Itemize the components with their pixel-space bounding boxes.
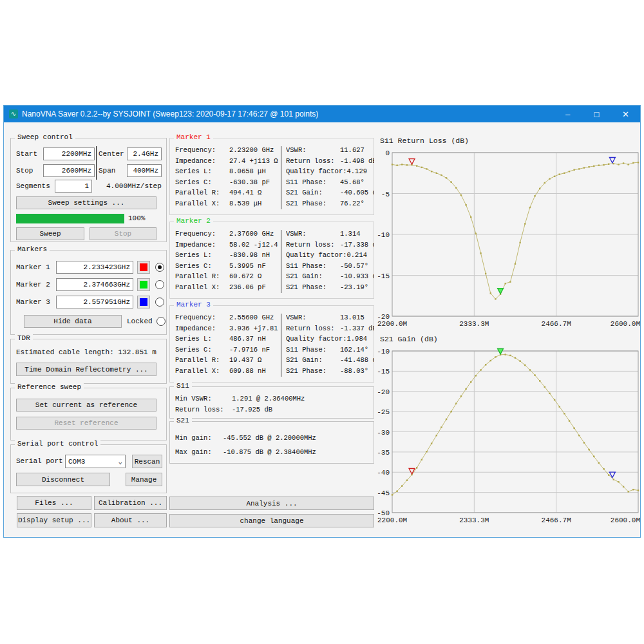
detail-column-divider — [281, 146, 281, 209]
s21-gain-chart[interactable]: S21 Gain (dB)-10-15-20-25-30-35-40-45-50… — [377, 331, 641, 526]
detail-label: Parallel X: — [175, 282, 229, 293]
marker3-label: Marker 3 — [16, 296, 50, 308]
detail-row: Parallel X:236.06 pF — [175, 282, 281, 293]
detail-value: 11.627 — [340, 145, 365, 156]
y-tick-label: -5 — [381, 191, 390, 198]
chart-title: S11 Return Loss (dB) — [380, 137, 469, 145]
chart-marker-icon[interactable] — [498, 289, 504, 294]
change-language-button[interactable]: change language — [169, 514, 374, 527]
maximize-button[interactable]: □ — [582, 106, 611, 122]
detail-value: 45.68° — [340, 177, 365, 188]
s11-summary-legend: S11 — [174, 382, 192, 390]
center-input[interactable]: 2.4GHz — [127, 147, 162, 160]
stop-input[interactable]: 2600MHz — [43, 164, 95, 177]
s11-return-loss-chart[interactable]: S11 Return Loss (dB)0-5-10-15-202200.0M2… — [377, 133, 641, 327]
span-input[interactable]: 400MHz — [127, 164, 162, 177]
set-reference-button[interactable]: Set current as reference — [16, 399, 156, 412]
chart-title: S21 Gain (dB) — [380, 335, 438, 343]
display-setup-button[interactable]: Display setup ... — [17, 513, 91, 527]
sweep-button[interactable]: Sweep — [16, 227, 84, 240]
close-button[interactable]: ✕ — [611, 106, 640, 122]
detail-row: S21 Phase:-88.03° — [286, 366, 374, 377]
detail-label: S21 Phase: — [286, 366, 340, 377]
marker3-input[interactable]: 2.557951GHz — [56, 296, 133, 308]
detail-row: S11 Phase:-50.57° — [286, 261, 374, 272]
segments-input[interactable]: 1 — [55, 180, 92, 193]
detail-value: -41.488 dB — [340, 355, 374, 366]
locked-label: Locked — [127, 315, 153, 328]
files-button[interactable]: Files ... — [17, 496, 91, 510]
disconnect-button[interactable]: Disconnect — [16, 473, 110, 486]
marker1-input[interactable]: 2.233423GHz — [56, 261, 133, 274]
detail-value: 76.22° — [340, 198, 365, 209]
sweep-control-legend: Sweep control — [15, 133, 75, 141]
marker1-color-button[interactable] — [137, 261, 150, 274]
y-tick-label: -10 — [377, 348, 390, 355]
manage-button[interactable]: Manage — [126, 473, 162, 486]
marker1-radio[interactable] — [155, 263, 164, 272]
marker3-color-button[interactable] — [137, 296, 150, 308]
cable-length-text: Estimated cable length: 132.851 m — [16, 346, 156, 359]
marker1-label: Marker 1 — [16, 261, 50, 274]
serial-port-select[interactable]: COM3 ⌄ — [65, 455, 126, 468]
detail-label: S11 Phase: — [286, 345, 340, 355]
detail-label: Parallel X: — [175, 366, 229, 377]
data-curve — [392, 355, 638, 495]
marker2-color-swatch — [140, 281, 147, 289]
stop-label: Stop — [16, 164, 33, 177]
minimize-button[interactable]: – — [553, 106, 582, 122]
y-tick-label: -45 — [377, 489, 390, 497]
tdr-group: TDR Estimated cable length: 132.851 m Ti… — [10, 339, 167, 384]
detail-label: Quality factor: — [286, 166, 347, 177]
marker2-radio[interactable] — [155, 280, 164, 289]
detail-row: Return loss:-17.338 dB — [286, 240, 374, 251]
sweep-settings-button[interactable]: Sweep settings ... — [16, 196, 156, 209]
chart-marker-icon[interactable] — [409, 159, 415, 165]
marker2-color-button[interactable] — [137, 278, 150, 291]
about-button[interactable]: About ... — [94, 513, 167, 527]
detail-row: Frequency:2.37600 GHz — [175, 229, 281, 240]
detail-row: S21 Gain:-41.488 dB — [286, 355, 374, 366]
detail-label: Frequency: — [175, 312, 229, 323]
detail-value: -1.498 dB — [340, 156, 374, 167]
detail-row: Series C:-630.38 pF — [175, 177, 281, 188]
detail-label: S21 Gain: — [286, 187, 340, 198]
span-label: Span — [99, 164, 115, 177]
titlebar: ∿ NanoVNA Saver 0.2.2--by SYSJOINT (Swee… — [4, 106, 640, 122]
marker-2-detail-group: Marker 2Frequency:2.37600 GHzImpedance:5… — [169, 222, 374, 299]
rescan-button[interactable]: Rescan — [132, 455, 162, 468]
detail-value: 162.14° — [340, 345, 368, 355]
serial-port-group: Serial port control Serial port COM3 ⌄ R… — [10, 444, 167, 493]
chart-marker-icon[interactable] — [409, 469, 415, 475]
hide-data-button[interactable]: Hide data — [24, 315, 122, 328]
detail-row: VSWR:1.314 — [286, 229, 374, 240]
chart-marker-icon[interactable] — [609, 158, 615, 164]
locked-radio[interactable] — [156, 317, 166, 326]
analysis-button[interactable]: Analysis ... — [169, 497, 374, 510]
tdr-legend: TDR — [15, 334, 33, 342]
detail-label: S21 Gain: — [286, 271, 340, 282]
detail-value: 5.3995 nF — [229, 261, 266, 272]
marker3-radio[interactable] — [155, 298, 164, 307]
segments-label: Segments — [16, 180, 50, 193]
start-input[interactable]: 2200MHz — [43, 147, 95, 160]
detail-value: -830.98 nH — [229, 250, 270, 261]
window-content: Sweep control Start 2200MHz Center 2.4GH… — [4, 122, 640, 537]
detail-label: VSWR: — [286, 312, 340, 323]
tdr-button[interactable]: Time Domain Reflectometry ... — [16, 363, 156, 376]
chart-marker-icon[interactable] — [498, 348, 504, 354]
y-tick-label: -10 — [377, 231, 390, 239]
detail-value: 486.37 nH — [229, 334, 266, 345]
reset-reference-button[interactable]: Reset reference — [16, 417, 156, 430]
stop-button[interactable]: Stop — [90, 227, 156, 240]
y-tick-label: -35 — [377, 449, 390, 457]
calibration-button[interactable]: Calibration ... — [94, 496, 167, 510]
marker-2-detail-title: Marker 2 — [174, 217, 213, 225]
detail-value: -7.9716 nF — [229, 345, 270, 355]
y-tick-label: -40 — [377, 469, 390, 477]
detail-label: Return loss: — [286, 240, 340, 251]
detail-label: Series L: — [175, 334, 229, 345]
marker2-input[interactable]: 2.374663GHz — [56, 278, 133, 291]
marker3-color-swatch — [140, 298, 147, 306]
detail-label: Frequency: — [175, 229, 229, 240]
